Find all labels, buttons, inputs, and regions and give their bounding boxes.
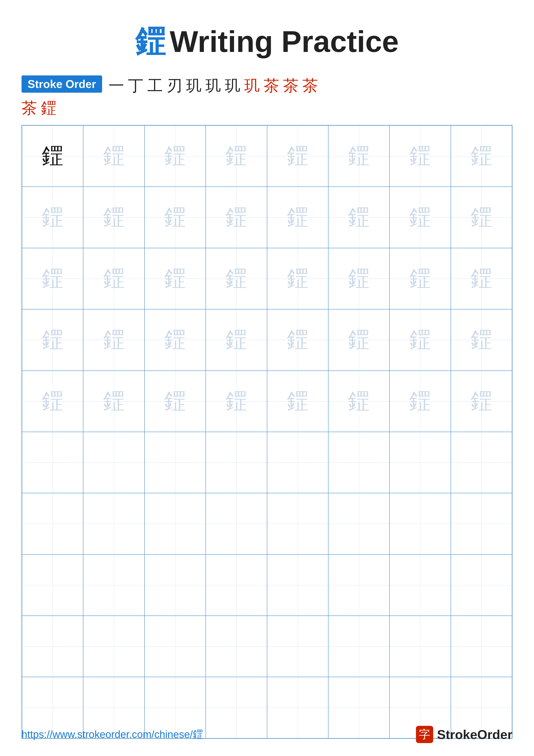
stroke-sequence: 一 丁 工 刃 玑 玑 玑 玑 茶 茶 茶 (109, 75, 318, 96)
grid-cell[interactable]: 鎠 (328, 248, 390, 309)
grid-cell[interactable]: 鎠 (267, 248, 328, 309)
grid-cell[interactable]: 鎠 (206, 248, 267, 309)
grid-cell[interactable] (451, 493, 512, 554)
grid-cell[interactable]: 鎠 (328, 309, 390, 370)
grid-cell[interactable]: 鎠 (390, 125, 451, 187)
grid-cell[interactable] (206, 616, 267, 677)
stroke-9: 茶 (264, 75, 279, 96)
grid-cell[interactable] (83, 616, 144, 677)
page-title: 鎠Writing Practice (135, 25, 399, 58)
grid-cell[interactable]: 鎠 (451, 248, 512, 309)
grid-cell[interactable]: 鎠 (390, 371, 451, 432)
grid-cell[interactable] (144, 432, 206, 493)
grid-cell[interactable] (206, 493, 267, 554)
grid-cell[interactable] (328, 493, 390, 554)
header: 鎠Writing Practice (21, 21, 513, 63)
footer-brand: 字 StrokeOrder (416, 726, 513, 743)
stroke-4: 刃 (167, 75, 182, 96)
grid-cell[interactable] (328, 616, 390, 677)
grid-cell[interactable]: 鎠 (390, 187, 451, 248)
grid-cell[interactable] (267, 616, 328, 677)
grid-cell[interactable] (22, 493, 83, 554)
grid-cell[interactable] (390, 554, 451, 616)
stroke-extra-1: 茶 (21, 98, 37, 119)
grid-cell[interactable]: 鎠 (144, 125, 206, 187)
grid-cell[interactable]: 鎠 (206, 125, 267, 187)
footer-brand-icon: 字 (416, 726, 433, 743)
grid-cell[interactable]: 鎠 (83, 309, 144, 370)
footer-brand-name: StrokeOrder (437, 727, 513, 742)
grid-cell[interactable]: 鎠 (83, 125, 144, 187)
grid-cell[interactable]: 鎠 (390, 309, 451, 370)
grid-cell[interactable] (390, 616, 451, 677)
grid-cell[interactable] (451, 616, 512, 677)
practice-grid: 鎠鎠鎠鎠鎠鎠鎠鎠鎠鎠鎠鎠鎠鎠鎠鎠鎠鎠鎠鎠鎠鎠鎠鎠鎠鎠鎠鎠鎠鎠鎠鎠鎠鎠鎠鎠鎠鎠鎠鎠 (21, 125, 513, 739)
grid-cell[interactable] (83, 432, 144, 493)
grid-cell[interactable]: 鎠 (451, 187, 512, 248)
grid-cell[interactable]: 鎠 (144, 309, 206, 370)
grid-cell[interactable]: 鎠 (267, 125, 328, 187)
grid-cell[interactable]: 鎠 (267, 187, 328, 248)
stroke-8: 玑 (244, 75, 260, 96)
footer: https://www.strokeorder.com/chinese/鎠 字 … (21, 726, 513, 743)
grid-cell[interactable]: 鎠 (328, 125, 390, 187)
grid-cell[interactable]: 鎠 (390, 248, 451, 309)
grid-cell[interactable]: 鎠 (328, 187, 390, 248)
grid-cell[interactable] (267, 493, 328, 554)
grid-cell[interactable]: 鎠 (451, 125, 512, 187)
grid-cell[interactable] (390, 493, 451, 554)
stroke-1: 一 (109, 75, 124, 96)
stroke-order-section: Stroke Order 一 丁 工 刃 玑 玑 玑 玑 茶 茶 茶 茶 鎠 (21, 75, 513, 119)
grid-cell[interactable]: 鎠 (451, 309, 512, 370)
grid-cell[interactable] (451, 432, 512, 493)
stroke-2: 丁 (128, 75, 143, 96)
grid-cell[interactable] (206, 554, 267, 616)
grid-cell[interactable]: 鎠 (206, 309, 267, 370)
grid-cell[interactable] (267, 554, 328, 616)
grid-cell[interactable]: 鎠 (83, 187, 144, 248)
header-char: 鎠 (135, 25, 165, 58)
grid-cell[interactable] (144, 493, 206, 554)
grid-cell[interactable] (22, 432, 83, 493)
stroke-extra-2: 鎠 (41, 98, 57, 119)
grid-cell[interactable]: 鎠 (22, 187, 83, 248)
grid-cell[interactable]: 鎠 (144, 371, 206, 432)
grid-cell[interactable]: 鎠 (267, 309, 328, 370)
stroke-order-badge: Stroke Order (21, 75, 102, 93)
stroke-extra-row: 茶 鎠 (21, 98, 513, 119)
grid-cell[interactable]: 鎠 (83, 248, 144, 309)
grid-cell[interactable]: 鎠 (22, 309, 83, 370)
grid-cell[interactable] (328, 554, 390, 616)
stroke-7: 玑 (225, 75, 241, 96)
stroke-11: 茶 (302, 75, 318, 96)
stroke-10: 茶 (283, 75, 298, 96)
stroke-5: 玑 (186, 75, 202, 96)
grid-cell[interactable] (328, 432, 390, 493)
grid-cell[interactable] (390, 432, 451, 493)
page: 鎠Writing Practice Stroke Order 一 丁 工 刃 玑… (0, 0, 534, 756)
grid-cell[interactable] (22, 616, 83, 677)
stroke-6: 玑 (206, 75, 221, 96)
grid-cell[interactable]: 鎠 (206, 187, 267, 248)
grid-cell[interactable]: 鎠 (451, 371, 512, 432)
grid-cell[interactable]: 鎠 (206, 371, 267, 432)
grid-cell[interactable] (22, 554, 83, 616)
grid-cell[interactable]: 鎠 (328, 371, 390, 432)
grid-cell[interactable] (451, 554, 512, 616)
grid-cell[interactable] (83, 493, 144, 554)
grid-cell[interactable]: 鎠 (267, 371, 328, 432)
grid-cell[interactable]: 鎠 (144, 187, 206, 248)
grid-cell[interactable]: 鎠 (144, 248, 206, 309)
grid-cell[interactable] (267, 432, 328, 493)
footer-url[interactable]: https://www.strokeorder.com/chinese/鎠 (21, 728, 203, 741)
grid-cell[interactable]: 鎠 (22, 248, 83, 309)
grid-cell[interactable]: 鎠 (22, 371, 83, 432)
grid-cell[interactable] (144, 616, 206, 677)
grid-cell[interactable]: 鎠 (22, 125, 83, 187)
stroke-3: 工 (147, 75, 163, 96)
grid-cell[interactable] (144, 554, 206, 616)
grid-cell[interactable]: 鎠 (83, 371, 144, 432)
grid-cell[interactable] (206, 432, 267, 493)
grid-cell[interactable] (83, 554, 144, 616)
